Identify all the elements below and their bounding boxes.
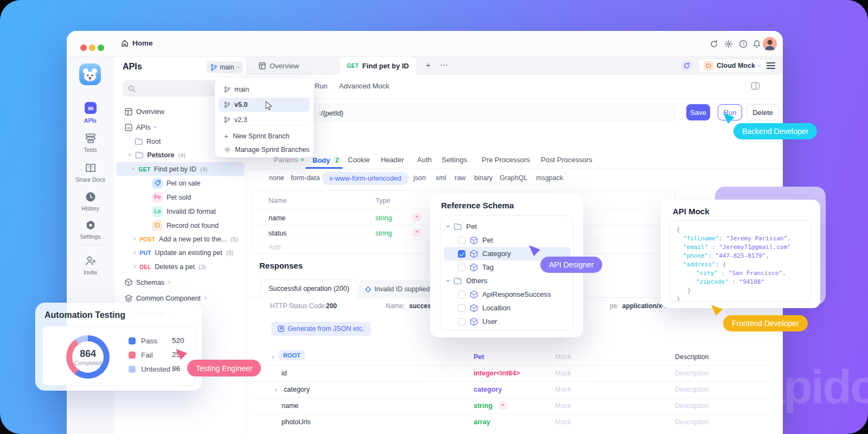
body-type-none[interactable]: none: [269, 174, 284, 182]
folder-icon: [135, 138, 143, 145]
tree-item-pet-sold[interactable]: Pe Pet sold: [116, 190, 245, 204]
body-type-raw[interactable]: raw: [455, 174, 465, 182]
minimize-window-button[interactable]: [89, 44, 95, 51]
schema-folder-others[interactable]: › Others: [444, 274, 571, 288]
more-tabs-button[interactable]: ⋯: [440, 60, 449, 70]
chevron-right-icon[interactable]: ›: [272, 353, 274, 361]
chevron-down-icon: ›: [151, 126, 159, 128]
help-icon[interactable]: ?: [739, 40, 748, 48]
refresh-icon[interactable]: [710, 40, 718, 48]
body-type-xml[interactable]: xml: [436, 174, 446, 182]
schema-field[interactable]: photoUrls: [282, 418, 311, 426]
gear-icon[interactable]: [724, 40, 733, 48]
tab-auth[interactable]: Auth: [417, 156, 432, 164]
split-panel-icon[interactable]: [751, 82, 760, 90]
tree-item-find-pet-by-id[interactable]: › GET Find pet by ID (4): [116, 162, 245, 176]
menu-icon[interactable]: [767, 62, 775, 69]
schema-desc[interactable]: Description: [675, 369, 709, 377]
response-tab-success[interactable]: Successful operation (200): [260, 279, 358, 298]
schema-desc[interactable]: Description: [675, 418, 709, 426]
schema-field[interactable]: name: [282, 402, 298, 410]
subnav-run[interactable]: Run: [315, 82, 328, 90]
schema-field[interactable]: category: [284, 386, 310, 393]
checkbox-unchecked[interactable]: [458, 237, 465, 244]
bell-icon[interactable]: [752, 40, 761, 48]
badge-frontend-developer: Frontend Developer: [723, 315, 808, 331]
body-count-badge: 2: [333, 156, 342, 164]
generate-from-json-button[interactable]: Generate from JSON etc.: [271, 322, 371, 336]
body-type-json[interactable]: json: [413, 174, 426, 182]
tree-item-invalid-id-format[interactable]: Lo Invalid ID format: [116, 205, 245, 218]
checkbox-checked[interactable]: [458, 250, 465, 258]
body-type-binary[interactable]: binary: [474, 174, 493, 182]
sidebar-item-settings[interactable]: Settings: [67, 220, 114, 240]
branch-option-main[interactable]: main: [219, 82, 310, 97]
schema-item-localtion[interactable]: Localtion: [444, 301, 571, 315]
chevron-right-icon[interactable]: ›: [275, 385, 277, 393]
add-param-placeholder[interactable]: Add: [269, 244, 280, 251]
schema-mock[interactable]: Mock: [555, 353, 571, 361]
home-tab[interactable]: Home: [121, 39, 153, 47]
close-window-button[interactable]: [80, 44, 87, 51]
schema-mock[interactable]: Mock: [555, 402, 571, 410]
tree-item-update-existing-pet[interactable]: › PUT Update an existing pet (9): [116, 246, 245, 259]
tab-find-pet-by-id[interactable]: GET Find pet by ID: [340, 57, 416, 74]
sidebar-item-share-docs[interactable]: Share Docs: [67, 163, 114, 183]
param-name[interactable]: status: [269, 229, 286, 237]
tree-item-pet-on-sale[interactable]: Pet on sale: [116, 176, 245, 190]
tree-item-schemas[interactable]: Schemas ›: [116, 276, 245, 289]
tree-item-record-not-found[interactable]: Cl Record not found: [116, 219, 245, 232]
sidebar-item-history[interactable]: History: [67, 192, 114, 212]
checkbox-unchecked[interactable]: [458, 304, 465, 312]
add-tab-button[interactable]: +: [426, 60, 431, 69]
branch-option-v5[interactable]: v5.0: [219, 98, 310, 112]
schema-item-user[interactable]: User: [444, 315, 571, 328]
tab-header[interactable]: Header: [381, 156, 404, 164]
url-input[interactable]: :/{petId}: [251, 104, 675, 122]
tab-post-processors[interactable]: Post Processors: [541, 156, 592, 164]
schema-field[interactable]: id: [282, 369, 287, 377]
schema-item-apiresponsesuccess[interactable]: ApiResponseSuccess: [444, 288, 571, 301]
schema-folder-pet[interactable]: › Pet: [444, 220, 571, 233]
schema-mock[interactable]: Mock: [555, 369, 571, 377]
project-logo-dog[interactable]: [79, 63, 101, 85]
body-type-graphql[interactable]: GraphQL: [500, 174, 527, 182]
subnav-advanced-mock[interactable]: Advanced Mock: [339, 82, 390, 90]
body-type-form-data[interactable]: form-data: [291, 174, 320, 182]
branch-selector[interactable]: main ›: [206, 61, 243, 73]
param-type[interactable]: string: [375, 214, 392, 222]
tree-item-deletes-a-pet[interactable]: › DEL Deletes a pet (3): [116, 260, 245, 273]
checkbox-unchecked[interactable]: [458, 318, 465, 326]
tab-cookie[interactable]: Cookie: [348, 156, 369, 164]
new-sprint-branch-item[interactable]: + New Sprint Branch: [219, 129, 310, 143]
user-avatar[interactable]: [763, 37, 777, 51]
tab-body[interactable]: Body2: [312, 156, 342, 164]
body-type-x-www-form-urlencoded[interactable]: x-www-form-urlencoded: [322, 172, 409, 185]
document-tabstrip: Overview GET Find pet by ID + ⋯ Cl Cloud…: [247, 57, 783, 74]
delete-button[interactable]: Delete: [746, 104, 779, 120]
schema-root-pill[interactable]: ROOT: [279, 350, 305, 360]
schema-desc[interactable]: Description: [675, 402, 709, 410]
param-name[interactable]: name: [269, 214, 285, 222]
body-type-msgpack[interactable]: msgpack: [536, 174, 563, 182]
sync-icon[interactable]: [681, 60, 693, 72]
params-indicator-dot: [301, 158, 304, 161]
tree-item-add-new-pet[interactable]: › POST Add a new pet to the... (5): [116, 232, 245, 246]
sidebar-item-invite[interactable]: Invite: [67, 256, 114, 276]
save-button[interactable]: Save: [686, 104, 710, 120]
schema-mock[interactable]: Mock: [555, 418, 571, 426]
checkbox-unchecked[interactable]: [458, 291, 465, 298]
manage-sprint-branches-item[interactable]: Manage Sprint Branches: [219, 143, 310, 157]
param-type[interactable]: string: [375, 229, 392, 237]
maximize-window-button[interactable]: [98, 44, 104, 51]
tab-settings[interactable]: Settings: [442, 156, 467, 164]
schema-mock[interactable]: Mock: [555, 386, 571, 393]
schema-item-pet[interactable]: Pet: [444, 233, 571, 247]
schema-desc[interactable]: Description: [675, 386, 709, 393]
tab-pre-processors[interactable]: Pre Processors: [482, 156, 530, 164]
checkbox-unchecked[interactable]: [458, 264, 465, 271]
sidebar-item-tests[interactable]: Tests: [67, 133, 114, 153]
sidebar-item-apis[interactable]: 96 APIs: [67, 101, 114, 124]
environment-selector[interactable]: Cl Cloud Mock ›: [698, 59, 766, 73]
tab-overview[interactable]: Overview: [251, 57, 307, 74]
